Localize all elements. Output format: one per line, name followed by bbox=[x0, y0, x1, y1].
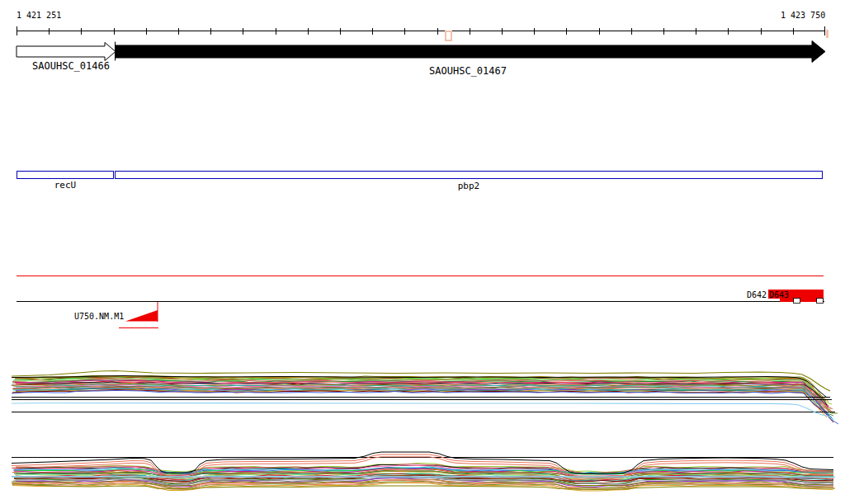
genome-browser-window: 1 421 251 1 423 750 SAOUHSC_01466 SAOUHS… bbox=[0, 0, 845, 504]
track-label-u750-nm-m1[interactable]: U750.NM.M1 bbox=[74, 312, 124, 321]
ruler[interactable] bbox=[17, 26, 828, 40]
feature-label-d642[interactable]: D642 bbox=[747, 290, 767, 299]
lower-lightblue-line bbox=[12, 477, 835, 478]
upper-lightblue-line bbox=[12, 403, 832, 417]
gene-arrow-saouhsc-01467[interactable] bbox=[116, 41, 825, 63]
red-wedge[interactable] bbox=[125, 310, 158, 322]
tracks-canvas bbox=[0, 0, 845, 504]
sub-feature-box[interactable] bbox=[794, 299, 800, 304]
track-u750-feature[interactable] bbox=[119, 302, 158, 328]
sub-feature-box[interactable] bbox=[817, 299, 824, 304]
gene-label-saouhsc-01467[interactable]: SAOUHSC_01467 bbox=[429, 66, 507, 77]
feature-box-recu[interactable] bbox=[17, 172, 114, 179]
ruler-cursor-marker[interactable] bbox=[446, 31, 451, 40]
feature-label-pbp2[interactable]: pbp2 bbox=[444, 181, 493, 191]
feature-box-pbp2[interactable] bbox=[116, 172, 823, 179]
feature-label-recu[interactable]: recU bbox=[40, 181, 90, 191]
feature-label-d643[interactable]: D643 bbox=[769, 290, 789, 299]
ruler-end-marker bbox=[826, 30, 828, 38]
ruler-end-coordinate: 1 423 750 bbox=[781, 11, 825, 20]
gene-track bbox=[17, 41, 825, 63]
blue-feature-track bbox=[17, 172, 823, 179]
coverage-plot-upper bbox=[12, 371, 838, 425]
coverage-plot-lower bbox=[12, 452, 835, 491]
ruler-start-coordinate: 1 421 251 bbox=[17, 11, 61, 20]
gene-arrow-saouhsc-01466[interactable] bbox=[17, 43, 116, 61]
gene-label-saouhsc-01466[interactable]: SAOUHSC_01466 bbox=[32, 61, 110, 72]
